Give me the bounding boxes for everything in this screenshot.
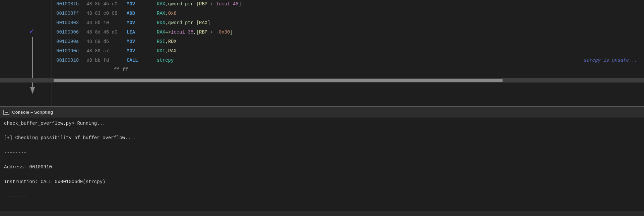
instruction-address: 00100906: [56, 30, 86, 35]
table-row: 001008fb 48 8b 45 c0 MOV RAX,qword ptr […: [54, 1, 644, 11]
instruction-operand: RAX,0x8: [157, 11, 271, 16]
instruction-operand: RSI,RDX: [157, 39, 271, 44]
console-icon: [3, 110, 9, 115]
instruction-address: 0010090a: [56, 39, 86, 44]
scrollbar-thumb[interactable]: [54, 79, 503, 82]
instruction-comment: strcpy is unsafe...: [584, 58, 644, 63]
console-panel: Console – Scripting check_buffer_overflo…: [0, 107, 644, 211]
console-line: Instruction: CALL 0x001006d0(strcpy): [4, 178, 640, 186]
instruction-address: 001008ff: [56, 11, 86, 16]
instruction-operand: RAX,qword ptr [RBP + local_48]: [157, 1, 271, 7]
console-header: Console – Scripting: [0, 107, 644, 117]
disasm-content: 001008fb 48 8b 45 c0 MOV RAX,qword ptr […: [0, 0, 644, 78]
table-row: 0010090a 48 89 d6 MOV RSI,RDX: [54, 39, 644, 48]
instruction-operand: strcpy: [157, 58, 271, 63]
console-line: Address: 00100910: [4, 164, 640, 171]
instruction-bytes: 48 89 d6: [86, 39, 127, 44]
console-line: [4, 207, 640, 211]
instruction-mnemonic: ADD: [127, 11, 157, 16]
instruction-bytes: 48 8b 10: [86, 20, 127, 25]
instruction-mnemonic: CALL: [127, 58, 157, 63]
instruction-operand: RDX,qword ptr [RAX]: [157, 20, 271, 25]
instruction-bytes: 48 89 c7: [86, 48, 127, 54]
horizontal-scrollbar[interactable]: [0, 78, 644, 83]
table-row: 00100910 e8 bb fd CALL strcpy strcpy is …: [54, 58, 644, 67]
console-line: --------: [4, 193, 640, 200]
svg-marker-2: [30, 87, 35, 94]
table-row: 0010090d 48 89 c7 MOV RDI,RAX: [54, 48, 644, 58]
instruction-address: 00100903: [56, 20, 86, 25]
instruction-operand: RAX=>local_38,[RBP + -0x30]: [157, 30, 271, 35]
table-row: 001008ff 48 83 c0 08 ADD RAX,0x8: [54, 11, 644, 20]
instruction-mnemonic: MOV: [127, 48, 157, 54]
instruction-address: 001008fb: [56, 1, 86, 7]
table-row: 00100903 48 8b 10 MOV RDX,qword ptr [RAX…: [54, 20, 644, 30]
console-title: Console – Scripting: [12, 110, 53, 115]
instruction-mnemonic: MOV: [127, 39, 157, 44]
console-body: check_buffer_overflow.py> Running... [+]…: [0, 117, 644, 211]
table-row: 00100910 ff ff: [54, 67, 644, 76]
instruction-bytes: 48 8d 45 d0: [86, 30, 127, 35]
instruction-bytes: ff ff: [86, 67, 128, 72]
console-line: check_buffer_overflow.py> Running...: [4, 120, 640, 127]
instruction-mnemonic: MOV: [127, 20, 157, 25]
disassembly-panel: ✓ 001008fb 48 8b 45 c0 MOV RAX,qword ptr…: [0, 0, 644, 107]
instruction-mnemonic: MOV: [127, 1, 157, 7]
instruction-operand: RDI,RAX: [157, 48, 271, 54]
table-row: 00100906 48 8d 45 d0 LEA RAX=>local_38,[…: [54, 30, 644, 39]
instruction-mnemonic: LEA: [127, 30, 157, 35]
instruction-bytes: 48 83 c0 08: [86, 11, 127, 16]
console-icon-screen: [5, 112, 8, 113]
instruction-address: 0010090d: [56, 48, 86, 54]
instruction-bytes: 48 8b 45 c0: [86, 1, 127, 7]
console-line: --------: [4, 149, 640, 157]
instruction-bytes: e8 bb fd: [86, 58, 127, 63]
console-line: [+] Checking possibility of buffer overf…: [4, 134, 640, 142]
instruction-address: 00100910: [56, 58, 86, 63]
